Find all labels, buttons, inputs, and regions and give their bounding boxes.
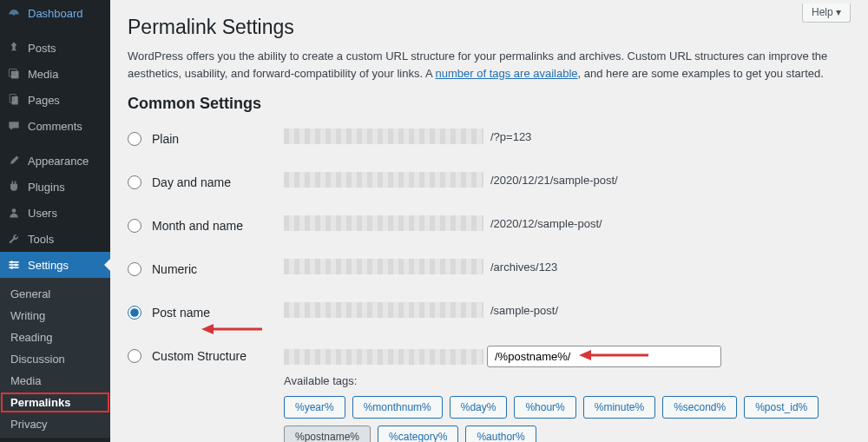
plug-icon xyxy=(7,180,21,194)
svg-point-10 xyxy=(15,263,17,266)
pin-icon xyxy=(7,41,21,55)
sidebar-item-pages[interactable]: Pages xyxy=(0,87,110,113)
sidebar-item-label: Tools xyxy=(28,233,54,246)
option-monthname: Month and name /2020/12/sample-post/ xyxy=(128,215,851,233)
radio-numeric[interactable] xyxy=(128,262,141,276)
available-tags-label: Available tags: xyxy=(284,374,851,387)
sidebar-item-label: Users xyxy=(28,207,57,220)
sub-item-discussion[interactable]: Discussion xyxy=(0,348,110,370)
sub-item-media[interactable]: Media xyxy=(0,370,110,392)
tag-button[interactable]: %category% xyxy=(378,426,458,442)
tag-button[interactable]: %second% xyxy=(662,396,737,419)
tag-button[interactable]: %postname% xyxy=(284,426,371,442)
available-tags-section: Available tags: %year%%monthnum%%day%%ho… xyxy=(284,374,851,442)
sub-item-general[interactable]: General xyxy=(0,283,110,305)
tag-button[interactable]: %post_id% xyxy=(744,396,819,419)
blurred-url xyxy=(284,259,483,274)
sidebar-item-users[interactable]: Users xyxy=(0,200,110,226)
sidebar-item-label: Settings xyxy=(28,259,69,272)
sidebar-item-label: Dashboard xyxy=(28,7,83,20)
media-icon xyxy=(7,67,21,81)
tag-button[interactable]: %monthnum% xyxy=(352,396,443,419)
blurred-url xyxy=(284,215,483,231)
sidebar-item-tools[interactable]: Tools xyxy=(0,226,110,252)
tag-button[interactable]: %minute% xyxy=(583,396,655,419)
blurred-url xyxy=(284,302,483,318)
option-custom: Custom Structure xyxy=(128,346,851,367)
annotation-arrow-icon xyxy=(201,321,262,337)
sidebar-item-plugins[interactable]: Plugins xyxy=(0,174,110,200)
radio-monthname[interactable] xyxy=(128,219,141,233)
numeric-suffix: /archives/123 xyxy=(487,261,557,274)
svg-rect-2 xyxy=(11,71,19,79)
intro-text: WordPress offers you the ability to crea… xyxy=(128,48,851,82)
main-content: Help ▾ Permalink Settings WordPress offe… xyxy=(110,0,868,442)
settings-icon xyxy=(7,258,21,272)
sidebar-item-label: Pages xyxy=(28,94,60,107)
sidebar-item-dashboard[interactable]: Dashboard xyxy=(0,0,110,26)
svg-marker-13 xyxy=(201,324,214,334)
blurred-url xyxy=(284,349,483,365)
collapse-menu-button[interactable]: Collapse menu xyxy=(0,437,110,442)
sidebar-item-posts[interactable]: Posts xyxy=(0,35,110,61)
option-numeric: Numeric /archives/123 xyxy=(128,259,851,276)
sidebar-item-media[interactable]: Media xyxy=(0,61,110,87)
blurred-url xyxy=(284,129,483,144)
tag-button[interactable]: %hour% xyxy=(514,396,575,419)
brush-icon xyxy=(7,154,21,168)
radio-postname-label: Post name xyxy=(152,306,210,320)
radio-monthname-label: Month and name xyxy=(152,219,243,233)
pages-icon xyxy=(7,93,21,107)
sidebar-item-label: Appearance xyxy=(28,155,89,168)
svg-point-9 xyxy=(10,261,13,263)
tags-row: %year%%monthnum%%day%%hour%%minute%%seco… xyxy=(284,396,851,442)
comments-icon xyxy=(7,119,21,133)
intro-after: , and here are some examples to get you … xyxy=(578,67,824,80)
radio-custom[interactable] xyxy=(128,349,141,363)
option-dayname: Day and name /2020/12/21/sample-post/ xyxy=(128,172,851,189)
page-title: Permalink Settings xyxy=(128,0,851,48)
help-tab[interactable]: Help ▾ xyxy=(802,3,851,23)
sidebar-item-appearance[interactable]: Appearance xyxy=(0,148,110,174)
common-settings-heading: Common Settings xyxy=(128,95,851,113)
svg-rect-4 xyxy=(12,96,18,105)
sidebar-item-label: Media xyxy=(28,68,58,81)
tag-button[interactable]: %day% xyxy=(450,396,508,419)
option-postname: Post name /sample-post/ xyxy=(128,302,851,320)
postname-suffix: /sample-post/ xyxy=(487,304,558,317)
tag-button[interactable]: %author% xyxy=(465,426,536,442)
sidebar-item-comments[interactable]: Comments xyxy=(0,113,110,139)
custom-structure-input[interactable] xyxy=(487,346,721,367)
radio-plain-label: Plain xyxy=(152,132,179,146)
users-icon xyxy=(7,206,21,220)
settings-submenu: General Writing Reading Discussion Media… xyxy=(0,278,110,442)
dashboard-icon xyxy=(7,6,21,20)
sidebar-item-label: Comments xyxy=(28,120,82,133)
svg-point-5 xyxy=(12,208,16,213)
admin-sidebar: Dashboard Posts Media Pages Comments App… xyxy=(0,0,110,442)
svg-point-11 xyxy=(10,267,13,269)
tag-button[interactable]: %year% xyxy=(284,396,345,419)
radio-custom-label: Custom Structure xyxy=(152,349,247,363)
radio-dayname-label: Day and name xyxy=(152,175,231,189)
sidebar-item-label: Plugins xyxy=(28,181,65,194)
radio-plain[interactable] xyxy=(128,132,141,146)
radio-numeric-label: Numeric xyxy=(152,262,197,276)
sub-item-permalinks[interactable]: Permalinks xyxy=(0,392,110,413)
sub-item-writing[interactable]: Writing xyxy=(0,305,110,327)
dayname-suffix: /2020/12/21/sample-post/ xyxy=(487,174,618,187)
radio-dayname[interactable] xyxy=(128,175,141,189)
radio-postname[interactable] xyxy=(128,306,141,320)
sub-item-reading[interactable]: Reading xyxy=(0,327,110,348)
option-plain: Plain /?p=123 xyxy=(128,129,851,146)
blurred-url xyxy=(284,172,483,188)
intro-link[interactable]: number of tags are available xyxy=(436,67,578,80)
wrench-icon xyxy=(7,232,21,246)
sidebar-item-label: Posts xyxy=(28,42,56,55)
sidebar-item-settings[interactable]: Settings xyxy=(0,252,110,278)
plain-suffix: /?p=123 xyxy=(487,130,531,143)
monthname-suffix: /2020/12/sample-post/ xyxy=(487,217,602,230)
sub-item-privacy[interactable]: Privacy xyxy=(0,413,110,435)
